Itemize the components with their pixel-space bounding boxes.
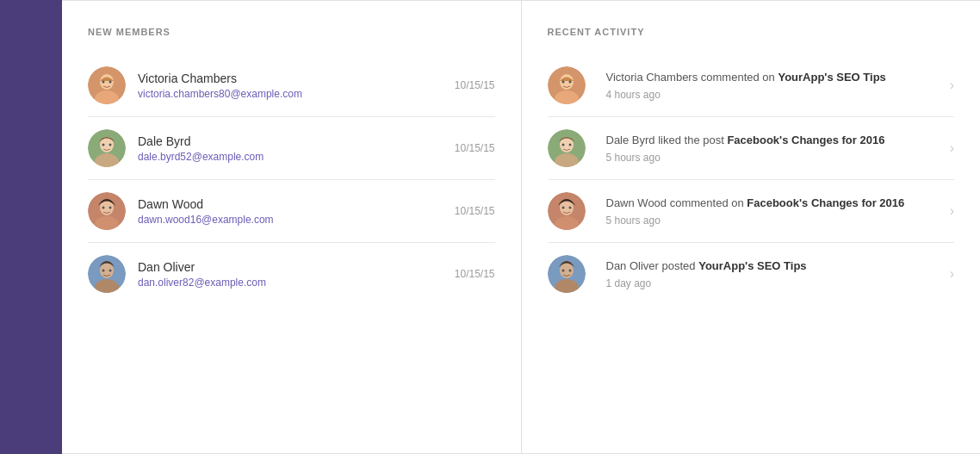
activity-avatar <box>548 66 586 104</box>
member-date: 10/15/15 <box>455 268 495 280</box>
avatar <box>88 255 126 293</box>
svg-point-3 <box>102 81 105 84</box>
member-info: Dale Byrd dale.byrd52@example.com <box>138 134 455 163</box>
svg-point-29 <box>568 144 571 146</box>
member-date: 10/15/15 <box>455 142 495 154</box>
member-date: 10/15/15 <box>455 79 495 91</box>
activity-item[interactable]: Dale Byrd liked the post Facebook's Chan… <box>548 117 955 180</box>
chevron-right-icon: › <box>950 140 954 156</box>
member-name: Dan Oliver <box>138 260 455 274</box>
svg-point-19 <box>109 270 112 272</box>
svg-point-33 <box>561 207 564 209</box>
member-email: dan.oliver82@example.com <box>138 277 455 289</box>
svg-point-8 <box>102 144 105 146</box>
svg-point-24 <box>568 81 571 84</box>
member-date: 10/15/15 <box>455 205 495 217</box>
activity-info: Dawn Wood commented on Facebook's Change… <box>598 196 941 226</box>
member-item[interactable]: Dawn Wood dawn.wood16@example.com 10/15/… <box>88 180 495 243</box>
activity-text: Dale Byrd liked the post Facebook's Chan… <box>606 133 933 148</box>
chevron-right-icon: › <box>950 203 954 219</box>
member-email: dawn.wood16@example.com <box>138 214 455 226</box>
member-name: Dale Byrd <box>138 134 455 148</box>
activity-time: 5 hours ago <box>606 215 933 227</box>
svg-point-18 <box>102 270 105 272</box>
avatar <box>88 192 126 230</box>
activity-avatar <box>548 255 586 293</box>
activity-item[interactable]: Victoria Chambers commented on YourApp's… <box>548 54 955 117</box>
member-name: Victoria Chambers <box>138 72 455 85</box>
activity-item[interactable]: Dawn Wood commented on Facebook's Change… <box>548 180 955 243</box>
member-info: Victoria Chambers victoria.chambers80@ex… <box>138 72 455 100</box>
recent-activity-title: RECENT ACTIVITY <box>548 27 955 37</box>
svg-point-39 <box>568 270 571 272</box>
activity-text: Victoria Chambers commented on YourApp's… <box>606 70 933 85</box>
svg-point-23 <box>561 81 564 84</box>
member-email: victoria.chambers80@example.com <box>138 88 455 100</box>
svg-point-34 <box>568 207 571 209</box>
activity-text: Dan Oliver posted YourApp's SEO Tips <box>606 258 933 274</box>
member-email: dale.byrd52@example.com <box>138 151 455 163</box>
avatar <box>88 129 126 167</box>
member-item[interactable]: Dan Oliver dan.oliver82@example.com 10/1… <box>88 243 495 305</box>
recent-activity-panel: RECENT ACTIVITY Victoria Chambers commen… <box>522 1 981 453</box>
sidebar <box>0 0 62 454</box>
avatar <box>88 66 126 104</box>
activity-item[interactable]: Dan Oliver posted YourApp's SEO Tips 1 d… <box>548 243 955 305</box>
activity-avatar <box>548 192 586 230</box>
activity-time: 1 day ago <box>606 277 933 289</box>
activity-time: 5 hours ago <box>606 152 933 164</box>
svg-point-4 <box>109 81 112 84</box>
activity-info: Dale Byrd liked the post Facebook's Chan… <box>598 133 941 163</box>
chevron-right-icon: › <box>950 266 954 282</box>
member-item[interactable]: Victoria Chambers victoria.chambers80@ex… <box>88 54 495 117</box>
activity-info: Victoria Chambers commented on YourApp's… <box>598 70 941 100</box>
svg-point-9 <box>109 144 112 146</box>
activity-avatar <box>548 129 586 167</box>
new-members-title: NEW MEMBERS <box>88 27 495 37</box>
member-name: Dawn Wood <box>138 197 455 211</box>
svg-point-38 <box>561 270 564 272</box>
chevron-right-icon: › <box>950 78 954 93</box>
member-info: Dawn Wood dawn.wood16@example.com <box>138 197 455 226</box>
new-members-panel: NEW MEMBERS Victoria Chambers victoria.c… <box>62 1 522 453</box>
activity-info: Dan Oliver posted YourApp's SEO Tips 1 d… <box>598 258 941 289</box>
member-item[interactable]: Dale Byrd dale.byrd52@example.com 10/15/… <box>88 117 495 180</box>
activity-text: Dawn Wood commented on Facebook's Change… <box>606 196 933 211</box>
activity-time: 4 hours ago <box>606 89 933 101</box>
svg-point-28 <box>561 144 564 146</box>
member-info: Dan Oliver dan.oliver82@example.com <box>138 260 455 289</box>
svg-point-13 <box>102 207 105 209</box>
svg-point-14 <box>109 207 112 209</box>
main-content: NEW MEMBERS Victoria Chambers victoria.c… <box>62 0 980 454</box>
